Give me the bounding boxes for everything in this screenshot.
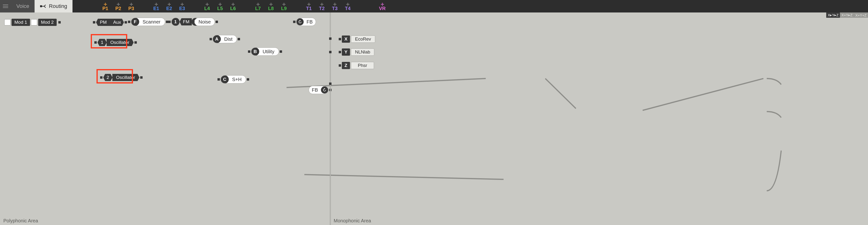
sh-node[interactable]: C S+H bbox=[217, 75, 250, 84]
tab-routing[interactable]: Routing bbox=[35, 0, 72, 12]
osc2-output-port[interactable] bbox=[140, 76, 143, 79]
dist-output-port[interactable] bbox=[238, 38, 240, 40]
sh-pill[interactable]: C S+H bbox=[221, 75, 246, 84]
mod2-button[interactable]: Mod 2 bbox=[38, 19, 57, 26]
osc1-label-tag[interactable]: Oscillator bbox=[106, 39, 134, 46]
routing-canvas[interactable]: X▸Y▸Z X+Y▸Z X+Y+Z Mod 1 Mod 2 PM Aux F S… bbox=[0, 12, 868, 225]
utility-output-port[interactable] bbox=[280, 51, 282, 53]
param-p2[interactable]: P2 bbox=[114, 2, 122, 11]
fb-top-node[interactable]: FB bbox=[292, 18, 316, 26]
pm-aux-node[interactable]: PM Aux bbox=[92, 18, 128, 26]
mode-xy-z[interactable]: X+Y▸Z bbox=[840, 12, 854, 18]
x-input-port[interactable] bbox=[339, 38, 341, 40]
param-e3[interactable]: E3 bbox=[178, 2, 186, 11]
utility-node[interactable]: B Utility bbox=[247, 47, 283, 56]
divider-port-3[interactable] bbox=[329, 83, 332, 85]
dist-input-port[interactable] bbox=[210, 38, 212, 40]
osc1-num-tag[interactable]: 1 bbox=[97, 39, 107, 46]
output-z-node[interactable]: Z Phsr bbox=[338, 61, 374, 70]
param-label: T4 bbox=[345, 6, 350, 11]
param-l5[interactable]: L5 bbox=[216, 2, 224, 11]
aux-output-port[interactable] bbox=[125, 21, 127, 24]
param-t3[interactable]: T3 bbox=[331, 2, 339, 11]
param-p3[interactable]: P3 bbox=[127, 2, 135, 11]
param-l8[interactable]: L8 bbox=[267, 2, 275, 11]
poly-mono-divider[interactable] bbox=[330, 12, 331, 225]
osc2-label-tag[interactable]: Oscillator bbox=[112, 74, 140, 81]
param-l6[interactable]: L6 bbox=[229, 2, 237, 11]
dist-node[interactable]: A Dist bbox=[209, 35, 241, 43]
move-icon bbox=[117, 2, 120, 6]
xyz-mode-tabs: X▸Y▸Z X+Y▸Z X+Y+Z bbox=[826, 12, 868, 18]
osc2-input-port[interactable] bbox=[100, 76, 102, 79]
param-l7[interactable]: L7 bbox=[254, 2, 262, 11]
scanner-node[interactable]: F Scanner bbox=[127, 18, 169, 26]
fm-input-port[interactable] bbox=[168, 21, 171, 23]
utility-input-port[interactable] bbox=[248, 51, 250, 53]
utility-pill[interactable]: B Utility bbox=[251, 47, 279, 56]
fm-tag[interactable]: FM bbox=[180, 18, 192, 25]
param-vr[interactable]: VR bbox=[378, 2, 386, 11]
menu-button[interactable] bbox=[0, 0, 11, 12]
mod-output-port[interactable] bbox=[58, 21, 61, 24]
noise-pill[interactable]: Noise bbox=[194, 18, 215, 26]
svg-rect-0 bbox=[40, 5, 42, 7]
feedback-icon bbox=[297, 18, 304, 25]
noise-output-port[interactable] bbox=[216, 21, 218, 23]
param-group-vr: VR bbox=[378, 2, 386, 11]
oscillator-1-node[interactable]: 1 Oscillator bbox=[94, 38, 137, 46]
z-slot-badge[interactable]: Z bbox=[342, 62, 350, 69]
fb-bottom-node[interactable]: FB bbox=[309, 86, 332, 94]
divider-port-1[interactable] bbox=[329, 37, 332, 40]
param-t4[interactable]: T4 bbox=[344, 2, 352, 11]
param-t1[interactable]: T1 bbox=[305, 2, 313, 11]
param-p1[interactable]: P1 bbox=[101, 2, 110, 11]
x-slot-badge[interactable]: X bbox=[342, 35, 350, 43]
noise-node[interactable]: Noise bbox=[194, 18, 219, 26]
param-label: P2 bbox=[115, 6, 121, 11]
param-label: L6 bbox=[230, 6, 236, 11]
mode-xyz-serial[interactable]: X▸Y▸Z bbox=[826, 12, 840, 18]
z-label[interactable]: Phsr bbox=[351, 62, 374, 69]
param-l9[interactable]: L9 bbox=[280, 2, 288, 11]
oscillator-2-node[interactable]: 2 Oscillator bbox=[99, 73, 143, 82]
sh-input-port[interactable] bbox=[217, 78, 220, 81]
polyphonic-area-label: Polyphonic Area bbox=[3, 218, 38, 224]
fb-top-pill[interactable]: FB bbox=[296, 18, 316, 26]
pm-tag[interactable]: PM bbox=[96, 19, 110, 26]
aux-tag[interactable]: Aux bbox=[110, 19, 124, 26]
scanner-pill[interactable]: F Scanner bbox=[131, 18, 165, 26]
move-icon bbox=[154, 2, 158, 6]
y-slot-badge[interactable]: Y bbox=[342, 49, 350, 56]
param-e2[interactable]: E2 bbox=[165, 2, 173, 11]
param-label: VR bbox=[379, 6, 386, 11]
mod1-button[interactable]: Mod 1 bbox=[11, 19, 30, 26]
pm-input-port[interactable] bbox=[93, 21, 95, 24]
move-icon bbox=[346, 2, 350, 6]
fb-top-input-port[interactable] bbox=[293, 21, 296, 23]
param-e1[interactable]: E1 bbox=[152, 2, 160, 11]
dist-pill[interactable]: A Dist bbox=[213, 35, 237, 43]
osc2-num-tag[interactable]: 2 bbox=[103, 74, 113, 81]
osc1-output-port[interactable] bbox=[134, 41, 137, 44]
divider-port-2[interactable] bbox=[329, 51, 332, 53]
y-label[interactable]: NLNlab bbox=[351, 49, 374, 56]
param-l4[interactable]: L4 bbox=[203, 2, 211, 11]
slot1-pill[interactable]: 1 bbox=[172, 18, 180, 26]
scanner-input-port[interactable] bbox=[128, 21, 130, 23]
z-input-port[interactable] bbox=[339, 64, 341, 67]
mod1-checkbox[interactable] bbox=[4, 19, 10, 25]
sh-output-port[interactable] bbox=[247, 78, 249, 81]
y-input-port[interactable] bbox=[339, 51, 341, 53]
tab-voice[interactable]: Voice bbox=[11, 0, 35, 12]
output-x-node[interactable]: X EcoRev bbox=[338, 35, 375, 43]
param-label: T2 bbox=[319, 6, 324, 11]
osc1-input-port[interactable] bbox=[94, 41, 97, 44]
output-y-node[interactable]: Y NLNlab bbox=[338, 48, 374, 56]
move-icon bbox=[307, 2, 311, 6]
param-t2[interactable]: T2 bbox=[318, 2, 326, 11]
mod2-checkbox[interactable] bbox=[31, 19, 37, 25]
mode-xyz-parallel[interactable]: X+Y+Z bbox=[854, 12, 868, 18]
x-label[interactable]: EcoRev bbox=[351, 35, 375, 43]
fb-bottom-pill[interactable]: FB bbox=[309, 86, 329, 94]
